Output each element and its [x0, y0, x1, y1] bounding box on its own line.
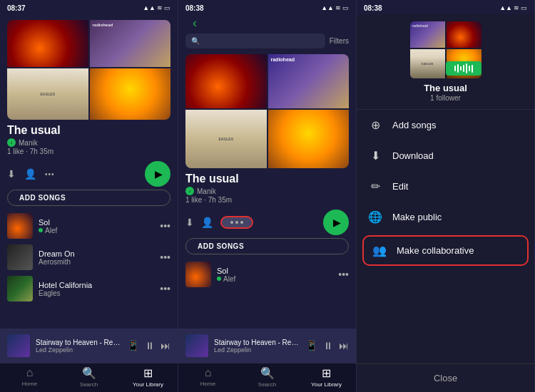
- menu-edit[interactable]: ✏ Edit: [357, 171, 534, 202]
- dot-2: [235, 221, 238, 224]
- np-device-icon-1[interactable]: 📱: [127, 340, 139, 351]
- spotify-dot-1: ♪: [7, 138, 16, 147]
- song-more-sol[interactable]: •••: [160, 220, 170, 232]
- np-next-icon-1[interactable]: ⏭: [160, 340, 170, 351]
- nav-library-2[interactable]: ⊞ Your Library: [297, 366, 356, 388]
- album-grid-1: radiohead EAGLES: [7, 20, 170, 120]
- song-item-sol-2: Sol Alef •••: [178, 259, 356, 290]
- song-artist-sol: Alef: [45, 227, 57, 234]
- album-art-p2-2: radiohead: [268, 54, 350, 108]
- nav-library-1[interactable]: ⊞ Your Library: [118, 366, 178, 388]
- spotify-dot-2: ♪: [185, 187, 194, 195]
- menu-edit-label: Edit: [392, 181, 408, 192]
- song-info-sol-2: Sol Alef: [217, 267, 332, 283]
- album-grid-2: radiohead EAGLES: [185, 54, 349, 168]
- playlist-info-2: The usual ♪ Manik 1 like · 7h 35m: [178, 172, 356, 207]
- np-next-icon-2[interactable]: ⏭: [339, 340, 349, 351]
- dot-1: [230, 221, 233, 224]
- playlist-info-1: The usual ♪ Manik 1 like · 7h 35m: [0, 124, 178, 158]
- nav-home-1[interactable]: ⌂ Home: [0, 366, 59, 388]
- song-item-hotel: Hotel California Eagles •••: [0, 273, 178, 304]
- np-pause-icon-2[interactable]: ⏸: [323, 340, 333, 351]
- panel-2: 08:38 ▲▲ ≋ ▭ ‹ 🔍 Filters radiohead EAGLE…: [178, 0, 357, 392]
- nav-search-2[interactable]: 🔍 Search: [238, 366, 297, 388]
- status-icons-2: ▲▲ ≋ ▭: [321, 4, 349, 11]
- menu-add-songs[interactable]: ⊕ Add songs: [357, 110, 534, 140]
- nav-search-1[interactable]: 🔍 Search: [59, 366, 118, 388]
- album-art-1: [7, 20, 88, 67]
- nav-home-2[interactable]: ⌂ Home: [178, 366, 238, 388]
- play-button-1[interactable]: ▶: [145, 161, 170, 187]
- close-button[interactable]: Close: [357, 363, 534, 392]
- battery-icon: ▭: [164, 4, 170, 11]
- controls-row-1: ⬇ 👤 ••• ▶: [0, 161, 178, 187]
- status-icons-3: ▲▲ ≋ ▭: [499, 4, 527, 11]
- filters-label[interactable]: Filters: [330, 37, 349, 45]
- edit-icon: ✏: [368, 180, 382, 193]
- np-info-2: Stairway to Heaven - Remaster Led Zeppel…: [214, 339, 300, 354]
- bar-6: [469, 66, 470, 71]
- nav-search-label-1: Search: [80, 381, 98, 388]
- eagles-label-2: EAGLES: [218, 137, 233, 141]
- menu-make-collaborative[interactable]: 👥 Make collaborative: [362, 235, 529, 266]
- np-artist-2: Led Zeppelin: [214, 346, 300, 354]
- ctx-art-2: [447, 21, 482, 48]
- context-menu-list: ⊕ Add songs ⬇ Download ✏ Edit 🌐 Make pub…: [357, 110, 534, 363]
- now-playing-1: Stairway to Heaven - Remaster Led Zeppel…: [0, 329, 178, 363]
- signal-icon-2: ▲▲: [321, 4, 334, 11]
- song-more-dreamon[interactable]: •••: [160, 252, 170, 263]
- album-art-2: radiohead: [90, 20, 171, 67]
- song-artist-sol-2: Alef: [223, 275, 235, 283]
- np-device-icon-2[interactable]: 📱: [305, 340, 317, 351]
- more-icon-1[interactable]: •••: [45, 170, 55, 178]
- person-icon-2[interactable]: 👤: [201, 217, 213, 228]
- status-bar-2: 08:38 ▲▲ ≋ ▭: [178, 0, 356, 14]
- song-info-dreamon: Dream On Aerosmith: [39, 249, 154, 266]
- song-artist-hotel: Eagles: [39, 289, 61, 297]
- np-title-1: Stairway to Heaven - Remaster: [36, 339, 121, 346]
- ctx-art-1: radiohead: [410, 21, 445, 48]
- green-dot-sol: [39, 228, 43, 232]
- album-art-4: [90, 68, 171, 120]
- np-controls-2: 📱 ⏸ ⏭: [305, 340, 349, 351]
- wifi-icon-3: ≋: [514, 4, 519, 11]
- bar-7: [472, 65, 473, 73]
- song-sub-hotel: Eagles: [39, 289, 154, 297]
- back-arrow-2[interactable]: ‹: [185, 14, 204, 33]
- song-art-sol: [7, 213, 33, 239]
- context-header: radiohead EAGLES: [357, 14, 534, 109]
- song-list-2: Sol Alef •••: [178, 259, 356, 329]
- nav-library-label-1: Your Library: [133, 381, 163, 388]
- download-icon-1[interactable]: ⬇: [7, 168, 16, 180]
- signal-icon: ▲▲: [143, 4, 156, 11]
- menu-collaborative-label: Make collaborative: [397, 245, 474, 256]
- song-more-hotel[interactable]: •••: [160, 283, 170, 294]
- nav-home-label-2: Home: [200, 381, 215, 387]
- search-bar[interactable]: 🔍: [185, 33, 325, 48]
- np-pause-icon-1[interactable]: ⏸: [145, 340, 155, 351]
- person-icon-1[interactable]: 👤: [24, 168, 36, 180]
- menu-download[interactable]: ⬇ Download: [357, 140, 534, 171]
- download-icon-2[interactable]: ⬇: [185, 217, 194, 228]
- spotify-wave: [446, 61, 482, 76]
- nav-search-label-2: Search: [258, 381, 276, 388]
- wave-bars: [454, 63, 473, 73]
- status-time-1: 08:37: [7, 4, 26, 12]
- ctx-art-4: [447, 49, 482, 79]
- add-songs-button-1[interactable]: ADD SONGS: [7, 190, 170, 206]
- search-icon-nav-2: 🔍: [260, 366, 275, 380]
- add-songs-button-2[interactable]: ADD SONGS: [185, 238, 349, 254]
- bar-5: [466, 63, 467, 73]
- nav-library-label-2: Your Library: [311, 381, 342, 388]
- context-playlist-sub: 1 follower: [430, 94, 461, 102]
- song-art-hotel: [7, 276, 33, 301]
- playlist-author-1: ♪ Manik: [7, 138, 170, 147]
- add-songs-icon: ⊕: [368, 118, 382, 132]
- play-button-2[interactable]: ▶: [323, 210, 349, 235]
- song-more-sol-2[interactable]: •••: [338, 269, 349, 280]
- menu-make-public[interactable]: 🌐 Make public: [357, 202, 534, 232]
- bar-4: [463, 65, 464, 72]
- eagles-label-3: EAGLES: [422, 62, 433, 66]
- three-dots-button[interactable]: [220, 216, 253, 229]
- song-title-sol-2: Sol: [217, 267, 332, 275]
